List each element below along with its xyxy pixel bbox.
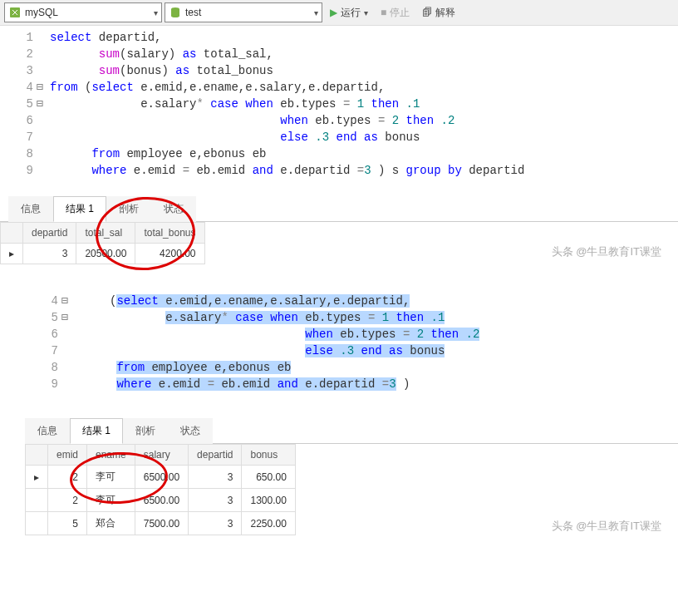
col-bonus[interactable]: bonus bbox=[242, 445, 295, 466]
tab-result1[interactable]: 结果 1 bbox=[53, 196, 106, 222]
code-line[interactable]: from (select e.emid,e.ename,e.salary,e.d… bbox=[50, 79, 678, 96]
connection-dropdown[interactable]: mySQL ▾ bbox=[4, 2, 162, 22]
tab-status[interactable]: 状态 bbox=[151, 196, 196, 222]
watermark: 头条 @牛旦教育IT课堂 bbox=[552, 519, 661, 534]
connection-icon bbox=[8, 6, 22, 19]
result-tabs: 信息 结果 1 剖析 状态 bbox=[25, 417, 678, 444]
explain-label: 解释 bbox=[435, 6, 455, 20]
cell[interactable]: 2 bbox=[48, 489, 87, 512]
col-salary[interactable]: salary bbox=[135, 445, 188, 466]
code-line[interactable]: else .3 end as bonus bbox=[50, 129, 678, 145]
result-table-2: emid ename salary departid bonus ▸ 2 李可 … bbox=[25, 444, 296, 535]
cell[interactable]: 2 bbox=[48, 466, 87, 489]
tab-info[interactable]: 信息 bbox=[25, 418, 70, 444]
result-section-1: 信息 结果 1 剖析 状态 departid total_sal total_b… bbox=[0, 195, 678, 264]
chevron-down-icon: ▾ bbox=[314, 8, 318, 17]
row-marker bbox=[26, 489, 48, 512]
cell[interactable]: 6500.00 bbox=[135, 466, 188, 489]
table-row[interactable]: ▸ 2 李可 6500.00 3 650.00 bbox=[26, 466, 296, 489]
result-section-2: 信息 结果 1 剖析 状态 emid ename salary departid… bbox=[25, 417, 678, 535]
run-button[interactable]: ▶ 运行 ▾ bbox=[325, 2, 373, 22]
chevron-down-icon: ▾ bbox=[154, 8, 158, 17]
code-line[interactable]: when eb.types = 2 then .2 bbox=[50, 112, 678, 129]
row-marker-header bbox=[1, 223, 23, 244]
result-tabs: 信息 结果 1 剖析 状态 bbox=[0, 195, 678, 222]
cell[interactable]: 4200.00 bbox=[135, 244, 204, 264]
code-line[interactable]: e.salary* case when eb.types = 1 then .1 bbox=[50, 96, 678, 112]
code-line[interactable]: from employee e,ebonus eb bbox=[50, 145, 678, 162]
line-gutter: 1 2 3 4⊟5⊟6 7 8 9 bbox=[0, 29, 50, 179]
code-line[interactable]: where e.emid = eb.emid and e.departid =3… bbox=[75, 376, 678, 392]
sql-editor-1[interactable]: 1 2 3 4⊟5⊟6 7 8 9 select departid, sum(s… bbox=[0, 26, 678, 195]
database-dropdown[interactable]: test ▾ bbox=[165, 2, 322, 22]
code-line[interactable]: when eb.types = 2 then .2 bbox=[75, 326, 678, 342]
cell[interactable]: 李可 bbox=[87, 489, 135, 512]
stop-label: 停止 bbox=[390, 6, 410, 20]
sql-editor-2[interactable]: 4⊟5⊟6 7 8 9 (select e.emid,e.ename,e.sal… bbox=[25, 289, 678, 417]
tab-profile[interactable]: 剖析 bbox=[106, 196, 151, 222]
database-label: test bbox=[185, 7, 201, 18]
table-row[interactable]: 2 李可 6500.00 3 1300.00 bbox=[26, 489, 296, 512]
cell[interactable]: 李可 bbox=[87, 466, 135, 489]
line-gutter: 4⊟5⊟6 7 8 9 bbox=[25, 293, 75, 392]
play-icon: ▶ bbox=[330, 7, 337, 18]
toolbar: mySQL ▾ test ▾ ▶ 运行 ▾ ■ 停止 🗐 解释 bbox=[0, 0, 678, 26]
cell[interactable]: 3 bbox=[189, 466, 242, 489]
connection-label: mySQL bbox=[25, 7, 58, 18]
col-total-sal[interactable]: total_sal bbox=[76, 223, 135, 244]
stop-button[interactable]: ■ 停止 bbox=[376, 2, 415, 22]
explain-icon: 🗐 bbox=[422, 7, 432, 18]
code-area[interactable]: (select e.emid,e.ename,e.salary,e.depart… bbox=[75, 293, 678, 392]
tab-result1[interactable]: 结果 1 bbox=[70, 418, 123, 444]
code-line[interactable]: (select e.emid,e.ename,e.salary,e.depart… bbox=[75, 293, 678, 309]
row-marker-header bbox=[26, 445, 48, 466]
explain-button[interactable]: 🗐 解释 bbox=[417, 2, 460, 22]
cell[interactable]: 3 bbox=[189, 489, 242, 512]
cell[interactable]: 3 bbox=[23, 244, 76, 264]
row-marker: ▸ bbox=[26, 466, 48, 489]
cell[interactable]: 5 bbox=[48, 512, 87, 535]
code-line[interactable]: sum(bonus) as total_bonus bbox=[50, 62, 678, 79]
tab-status[interactable]: 状态 bbox=[168, 418, 213, 444]
cell[interactable]: 6500.00 bbox=[135, 489, 188, 512]
code-line[interactable]: else .3 end as bonus bbox=[75, 342, 678, 359]
cell[interactable]: 20500.00 bbox=[76, 244, 135, 264]
tab-info[interactable]: 信息 bbox=[8, 196, 53, 222]
code-line[interactable]: sum(salary) as total_sal, bbox=[50, 46, 678, 62]
code-area[interactable]: select departid, sum(salary) as total_sa… bbox=[50, 29, 678, 179]
cell[interactable]: 7500.00 bbox=[135, 512, 188, 535]
code-line[interactable]: where e.emid = eb.emid and e.departid =3… bbox=[50, 162, 678, 179]
code-line[interactable]: e.salary* case when eb.types = 1 then .1 bbox=[75, 309, 678, 326]
cell[interactable]: 1300.00 bbox=[242, 489, 295, 512]
watermark: 头条 @牛旦教育IT课堂 bbox=[552, 244, 661, 259]
tab-profile[interactable]: 剖析 bbox=[123, 418, 168, 444]
code-line[interactable]: select departid, bbox=[50, 29, 678, 46]
cell[interactable]: 郑合 bbox=[87, 512, 135, 535]
code-line[interactable]: from employee e,ebonus eb bbox=[75, 359, 678, 376]
stop-icon: ■ bbox=[381, 7, 386, 18]
database-icon bbox=[169, 6, 182, 19]
current-row-marker: ▸ bbox=[1, 244, 23, 264]
panel-2: 4⊟5⊟6 7 8 9 (select e.emid,e.ename,e.sal… bbox=[0, 289, 678, 535]
table-row[interactable]: 5 郑合 7500.00 3 2250.00 bbox=[26, 512, 296, 535]
cell[interactable]: 2250.00 bbox=[242, 512, 295, 535]
dropdown-arrow-icon: ▾ bbox=[364, 8, 368, 17]
col-emid[interactable]: emid bbox=[48, 445, 87, 466]
run-label: 运行 bbox=[341, 6, 361, 20]
cell[interactable]: 3 bbox=[189, 512, 242, 535]
col-departid[interactable]: departid bbox=[189, 445, 242, 466]
result-table-1: departid total_sal total_bonus ▸ 3 20500… bbox=[0, 222, 205, 264]
col-total-bonus[interactable]: total_bonus bbox=[135, 223, 204, 244]
table-row[interactable]: ▸ 3 20500.00 4200.00 bbox=[1, 244, 205, 264]
row-marker bbox=[26, 512, 48, 535]
cell[interactable]: 650.00 bbox=[242, 466, 295, 489]
col-departid[interactable]: departid bbox=[23, 223, 76, 244]
col-ename[interactable]: ename bbox=[87, 445, 135, 466]
